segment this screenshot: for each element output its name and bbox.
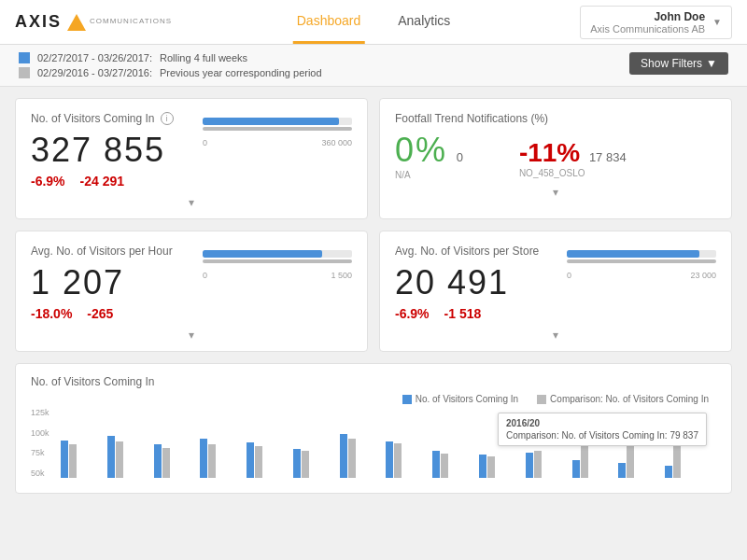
card-avg-visitors-hour: Avg. No. of Visitors per Hour 0 1 500 1 …	[15, 231, 368, 352]
bar-group	[340, 434, 384, 478]
bar-group	[61, 441, 105, 478]
logo-sub: COMMUNICATIONS	[90, 17, 172, 25]
bar-track-blue-avg-hour	[203, 250, 352, 258]
bar-group	[247, 442, 290, 478]
bar-gray	[441, 454, 448, 478]
bar-max-visitors: 360 000	[321, 138, 352, 147]
bar-blue	[386, 441, 393, 478]
tooltip-title: 2016/20	[506, 418, 698, 428]
footfall-green-value: 0%	[395, 131, 447, 169]
filter-bar: 02/27/2017 - 03/26/2017: Rolling 4 full …	[0, 45, 747, 87]
info-icon-visitors[interactable]: i	[161, 112, 174, 125]
tab-analytics[interactable]: Analytics	[394, 0, 454, 44]
card-footfall-trend: Footfall Trend Notifications (%) 0% 0 N/…	[379, 98, 732, 219]
bar-blue	[572, 460, 580, 479]
bar-gray	[394, 443, 402, 478]
bar-fill-gray-avg-store	[567, 259, 716, 263]
card-visitors-coming-in: No. of Visitors Coming In i 0 360 000 32…	[15, 98, 368, 219]
legend-blue-box	[19, 52, 30, 63]
bar-gray	[162, 448, 170, 479]
user-org: Axis Communications AB	[590, 23, 705, 35]
bar-area-visitors: 0 360 000	[203, 112, 352, 147]
bar-gray	[673, 444, 681, 478]
footfall-red-block: -11% 17 834 NO_458_OSLO	[519, 138, 627, 178]
app-header: AXIS COMMUNICATIONS Dashboard Analytics …	[0, 0, 747, 45]
user-menu[interactable]: John Doe Axis Communications AB ▼	[580, 6, 732, 39]
bar-container-avg-hour	[203, 250, 352, 269]
bar-blue	[200, 439, 207, 478]
bar-blue	[665, 466, 672, 478]
bar-gray	[534, 451, 542, 478]
show-filters-label: Show Filters	[641, 57, 702, 70]
bar-track-blue-visitors	[203, 118, 352, 125]
legend-row-previous: 02/29/2016 - 03/27/2016: Previous year c…	[19, 67, 322, 78]
logo-triangle-icon	[67, 14, 86, 31]
bar-fill-blue-visitors	[203, 118, 339, 125]
bar-blue	[293, 449, 301, 478]
bar-group	[479, 455, 523, 478]
changes-avg-store: -6.9% -1 518	[395, 306, 716, 321]
legend-sq-gray	[537, 395, 546, 404]
expand-avg-store[interactable]: ▾	[395, 327, 716, 343]
y-label-100k: 100k	[31, 428, 49, 438]
change1-visitors: -6.9%	[31, 174, 65, 189]
y-label-50k: 50k	[31, 469, 49, 478]
bar-group	[665, 444, 709, 478]
show-filters-button[interactable]: Show Filters ▼	[629, 52, 728, 75]
change2-avg-hour: -265	[87, 306, 113, 321]
expand-visitors[interactable]: ▾	[31, 194, 352, 211]
bar-area-avg-store: 0 23 000	[567, 245, 716, 280]
bar-blue	[432, 451, 440, 478]
footfall-green-block: 0% 0 N/A	[395, 131, 463, 180]
legend-gray-box	[19, 67, 30, 78]
tab-dashboard[interactable]: Dashboard	[293, 0, 365, 44]
bar-group	[618, 442, 662, 478]
bar-group	[154, 444, 198, 478]
bar-group	[107, 436, 151, 479]
logo: AXIS COMMUNICATIONS	[15, 12, 172, 32]
legend-label-gray: Comparison: No. of Visitors Coming In	[550, 394, 709, 404]
change2-avg-store: -1 518	[444, 306, 482, 321]
bar-blue	[247, 442, 254, 478]
bar-labels-visitors: 0 360 000	[203, 138, 352, 147]
footfall-green-count: 0	[457, 150, 463, 164]
bar-fill-blue-avg-hour	[203, 250, 322, 258]
logo-text: AXIS	[15, 12, 62, 32]
bar-group	[526, 451, 570, 478]
bar-group	[386, 441, 430, 478]
bar-blue	[61, 441, 68, 478]
filter-chevron-icon: ▼	[706, 57, 717, 70]
bar-min-avg-hour: 0	[203, 271, 207, 280]
bar-blue	[618, 463, 626, 478]
chevron-down-icon: ▼	[712, 17, 722, 27]
bar-gray	[348, 439, 356, 478]
y-label-125k: 125k	[31, 408, 49, 417]
bar-gray	[116, 441, 123, 478]
cards-grid: No. of Visitors Coming In i 0 360 000 32…	[0, 87, 747, 363]
bottom-chart-card: No. of Visitors Coming In No. of Visitor…	[15, 363, 732, 494]
bar-group	[572, 441, 616, 478]
chart-legend: No. of Visitors Coming In Comparison: No…	[31, 394, 716, 404]
bar-labels-avg-hour: 0 1 500	[203, 271, 352, 280]
bar-area-avg-hour: 0 1 500	[203, 245, 352, 280]
bottom-chart-title: No. of Visitors Coming In	[31, 375, 716, 388]
bar-group	[432, 451, 476, 478]
bar-gray	[69, 444, 77, 478]
bar-fill-gray-visitors	[203, 127, 352, 131]
bar-blue	[107, 436, 115, 479]
y-label-75k: 75k	[31, 448, 49, 457]
expand-avg-hour[interactable]: ▾	[31, 327, 352, 343]
footfall-red-count: 17 834	[589, 150, 627, 164]
legend-sq-blue	[402, 395, 412, 404]
previous-date-desc: Previous year corresponding period	[160, 67, 322, 78]
bar-group	[200, 439, 244, 478]
current-date-desc: Rolling 4 full weeks	[160, 52, 247, 63]
card-avg-visitors-store: Avg. No. of Visitors per Store 0 23 000 …	[379, 231, 732, 352]
bar-track-blue-avg-store	[567, 250, 716, 258]
bar-max-avg-hour: 1 500	[331, 271, 352, 280]
bar-gray	[487, 456, 495, 478]
expand-footfall[interactable]: ▾	[395, 184, 716, 201]
y-axis-labels: 125k 100k 75k 50k	[31, 408, 49, 478]
bar-group	[293, 449, 337, 478]
bar-container-avg-store	[567, 250, 716, 269]
